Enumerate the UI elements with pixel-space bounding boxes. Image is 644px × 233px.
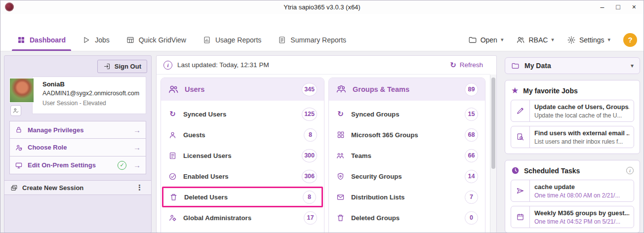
folder-open-icon — [468, 36, 477, 44]
groups-card-header[interactable]: Groups & Teams 89 — [329, 78, 485, 101]
stat-label: Synced Groups — [351, 111, 459, 118]
tab-label: Usage Reports — [215, 36, 261, 44]
dashboard-grid-icon — [17, 36, 25, 44]
groups-teams-card: Groups & Teams 89 ↻ Synced Groups 15 Mic… — [328, 78, 485, 233]
sign-out-button[interactable]: Sign Out — [97, 60, 147, 73]
job-text: Update cache of Users, Groups... Update … — [530, 100, 634, 121]
license-document-icon — [168, 152, 177, 160]
stat-row-licensed-users[interactable]: Licensed Users 300 — [161, 145, 324, 166]
minimize-button[interactable]: – — [601, 3, 604, 10]
lock-icon — [15, 126, 23, 134]
rbac-label: RBAC — [528, 36, 548, 44]
job-subtitle: Update the local cache of the U... — [534, 112, 629, 119]
stat-row-synced-groups[interactable]: ↻ Synced Groups 15 — [329, 104, 485, 124]
gridview-table-icon — [126, 36, 134, 44]
stat-row-distribution-lists[interactable]: Distribution Lists 7 — [329, 187, 485, 207]
jobs-play-icon — [82, 36, 90, 44]
tab-quick-gridview[interactable]: Quick GridView — [118, 29, 195, 51]
scrollbar-thumb[interactable] — [491, 78, 495, 169]
groups-card-title: Groups & Teams — [353, 85, 459, 93]
job-subtitle: List users and their inbox rules f... — [534, 138, 629, 145]
task-text: Weekly M365 groups by guest... One time … — [530, 206, 634, 228]
tab-bar: Dashboard Jobs Quick GridView Usage Repo… — [0, 29, 644, 51]
help-button[interactable]: ? — [623, 33, 637, 47]
stat-row-security-groups[interactable]: Security Groups 14 — [329, 166, 485, 187]
stat-row-global-administrators[interactable]: Global Administrators 17 — [161, 207, 324, 228]
favorite-job-item[interactable]: Find users with external email ... List … — [511, 126, 634, 148]
trash-icon — [169, 193, 178, 201]
task-text: cache update One time At 08:00 AM on 2/2… — [530, 180, 634, 201]
verified-session-icon — [10, 105, 21, 116]
favorite-jobs-title: My favorite Jobs — [523, 87, 634, 95]
info-icon: i — [163, 61, 172, 70]
job-text: Find users with external email ... List … — [530, 126, 634, 148]
chevron-down-icon: ▾ — [631, 62, 634, 69]
avatar — [9, 78, 34, 103]
stat-count-badge: 68 — [465, 128, 478, 142]
gear-icon — [567, 36, 576, 44]
arrow-right-icon: → — [133, 126, 141, 134]
maximize-button[interactable]: □ — [616, 3, 620, 10]
open-label: Open — [481, 36, 497, 44]
close-button[interactable]: × — [632, 3, 636, 10]
tab-label: Summary Reports — [290, 36, 346, 44]
my-data-section[interactable]: My Data ▾ — [505, 57, 640, 74]
m365-grid-icon — [336, 131, 345, 139]
envelope-icon — [336, 193, 345, 201]
stat-row-teams[interactable]: Teams 66 — [329, 145, 485, 166]
toolbar: Open ▾ RBAC ▾ Settings ▾ ? — [468, 29, 644, 51]
title-bar: Ytria sapio365 v3.0.3 (x64) – □ × — [0, 0, 644, 14]
summary-report-icon — [278, 36, 286, 44]
tab-label: Jobs — [95, 36, 110, 44]
vertical-scrollbar[interactable] — [490, 75, 496, 233]
settings-menu[interactable]: Settings ▾ — [567, 36, 610, 44]
task-subtitle: One time At 08:00 AM on 2/21/... — [534, 192, 629, 199]
scheduled-task-item[interactable]: cache update One time At 08:00 AM on 2/2… — [511, 180, 634, 202]
scheduled-task-item[interactable]: Weekly M365 groups by guest... One time … — [511, 206, 634, 228]
task-title: Weekly M365 groups by guest... — [534, 209, 629, 217]
user-name: SoniaB — [42, 80, 141, 88]
my-data-label: My Data — [524, 62, 626, 70]
favorite-jobs-header: ★ My favorite Jobs — [511, 84, 634, 96]
star-icon: ★ — [511, 86, 519, 95]
stat-count-badge: 14 — [465, 170, 478, 183]
stat-label: Licensed Users — [183, 152, 296, 159]
right-panel: My Data ▾ ★ My favorite Jobs Update cach… — [505, 57, 640, 233]
refresh-icon: ↻ — [450, 61, 456, 70]
stat-row-deleted-users[interactable]: Deleted Users 8 — [162, 187, 323, 207]
open-menu[interactable]: Open ▾ — [468, 36, 504, 44]
sidebar-item-edit-onprem-settings[interactable]: Edit On-Prem Settings ✓ → — [9, 156, 146, 174]
dashboard-header: i Last updated: Today, 12:31 PM ↻ Refres… — [157, 56, 490, 75]
users-card-body: ↻ Synced Users 125 Guests 8 Licensed Use… — [161, 101, 324, 228]
stat-row-guests[interactable]: Guests 8 — [161, 124, 324, 145]
stat-count-badge: 66 — [465, 149, 478, 162]
sidebar-item-choose-role[interactable]: Choose Role → — [9, 139, 146, 156]
tab-label: Quick GridView — [139, 36, 186, 44]
stat-row-deleted-groups[interactable]: Deleted Groups 0 — [329, 207, 485, 228]
info-icon[interactable]: i — [626, 167, 634, 174]
check-circle-icon — [168, 172, 177, 181]
sidebar-item-manage-privileges[interactable]: Manage Privileges → — [9, 121, 146, 139]
users-card-header[interactable]: Users 345 — [161, 78, 324, 101]
server-settings-icon — [15, 161, 23, 169]
tab-usage-reports[interactable]: Usage Reports — [195, 29, 270, 51]
rbac-menu[interactable]: RBAC ▾ — [516, 36, 554, 44]
kebab-menu-icon[interactable]: ⋮ — [134, 183, 145, 192]
favorite-job-item[interactable]: Update cache of Users, Groups... Update … — [511, 100, 634, 122]
people-icon — [516, 36, 525, 44]
tab-jobs[interactable]: Jobs — [74, 29, 118, 51]
tab-summary-reports[interactable]: Summary Reports — [270, 29, 355, 51]
guest-user-icon — [168, 131, 177, 139]
stat-row-synced-users[interactable]: ↻ Synced Users 125 — [161, 104, 324, 124]
last-updated-text: Last updated: Today, 12:31 PM — [177, 61, 269, 69]
settings-label: Settings — [579, 36, 604, 44]
stat-row-m365-groups[interactable]: Microsoft 365 Groups 68 — [329, 124, 485, 145]
create-new-session-button[interactable]: Create New Session ⋮ — [4, 180, 151, 195]
refresh-button[interactable]: ↻ Refresh — [450, 61, 483, 70]
stat-label: Enabled Users — [183, 173, 296, 180]
chevron-down-icon: ▾ — [551, 37, 554, 43]
create-session-label: Create New Session — [22, 184, 129, 192]
stat-label: Guests — [183, 131, 298, 139]
stat-row-enabled-users[interactable]: Enabled Users 306 — [161, 166, 324, 187]
tab-dashboard[interactable]: Dashboard — [9, 29, 74, 51]
